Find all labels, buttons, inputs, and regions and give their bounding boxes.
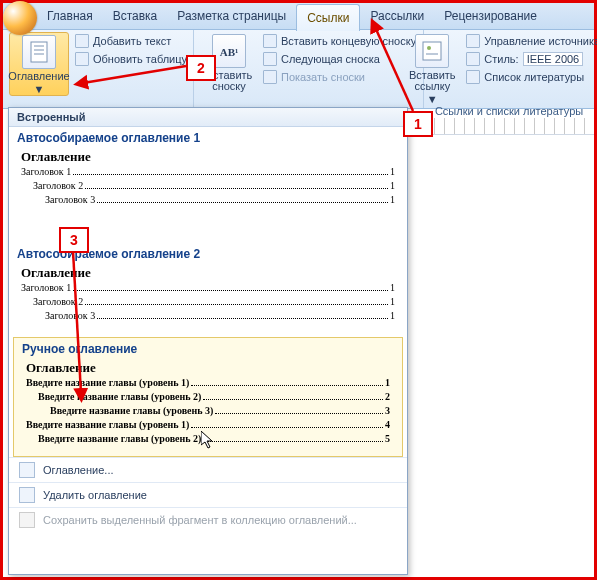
- toc-dots: [191, 418, 383, 428]
- bibliography-button[interactable]: Список литературы: [466, 68, 597, 86]
- menu-remove-toc-label: Удалить оглавление: [43, 489, 147, 501]
- toc-line-page: 1: [390, 179, 395, 193]
- tab-mailings[interactable]: Рассылки: [360, 3, 434, 29]
- toc-line-page: 4: [385, 418, 390, 432]
- toc-line-label: Введите название главы (уровень 2): [38, 390, 201, 404]
- show-footnotes-icon: [263, 70, 277, 84]
- toc-line-page: 1: [390, 193, 395, 207]
- remove-toc-icon: [19, 487, 35, 503]
- toc-line-page: 1: [390, 295, 395, 309]
- svg-point-5: [427, 46, 431, 50]
- toc-line-page: 1: [385, 376, 390, 390]
- citation-style-select[interactable]: Стиль: IEEE 2006: [466, 50, 597, 68]
- gallery-section-header: Встроенный: [9, 108, 407, 127]
- toc-line-page: 1: [390, 165, 395, 179]
- tab-layout[interactable]: Разметка страницы: [167, 3, 296, 29]
- toc-head: Оглавление: [21, 265, 395, 281]
- toc-line-page: 2: [385, 390, 390, 404]
- menu-save-selection-label: Сохранить выделенный фрагмент в коллекци…: [43, 514, 357, 526]
- toc-dots: [203, 390, 383, 400]
- manage-sources-button[interactable]: Управление источниками: [466, 32, 597, 50]
- update-toc-button[interactable]: Обновить таблицу: [75, 50, 187, 68]
- chevron-down-icon: ▼: [427, 94, 438, 105]
- insert-citation-button[interactable]: Вставить ссылку ▼: [404, 32, 460, 105]
- insert-endnote-button[interactable]: Вставить концевую сноску: [263, 32, 416, 50]
- manage-sources-label: Управление источниками: [484, 35, 597, 47]
- callout-3: 3: [59, 227, 89, 253]
- toc-head: Оглавление: [21, 149, 395, 165]
- menu-custom-toc[interactable]: Оглавление...: [9, 457, 407, 482]
- toc-button-label: Оглавление: [8, 71, 69, 82]
- toc-dots: [97, 193, 388, 203]
- toc-preview-2[interactable]: Оглавление Заголовок 11 Заголовок 21 Заг…: [9, 263, 407, 329]
- toc-icon: [19, 462, 35, 478]
- toc-line-label: Заголовок 3: [45, 193, 95, 207]
- toc-line-page: 3: [385, 404, 390, 418]
- footnote-icon-text: AB¹: [220, 47, 239, 58]
- toc-dots: [73, 165, 388, 175]
- tab-home[interactable]: Главная: [37, 3, 103, 29]
- menu-remove-toc[interactable]: Удалить оглавление: [9, 482, 407, 507]
- show-footnotes-button[interactable]: Показать сноски: [263, 68, 416, 86]
- add-text-icon: [75, 34, 89, 48]
- style-icon: [466, 52, 480, 66]
- group-footnotes: AB¹ Вставить сноску Вставить концевую сн…: [194, 30, 424, 108]
- gallery-item-auto1[interactable]: Автособираемое оглавление 1: [9, 127, 407, 147]
- add-text-button[interactable]: Добавить текст: [75, 32, 187, 50]
- ribbon-tabs: Главная Вставка Разметка страницы Ссылки…: [3, 3, 594, 30]
- group-citations: Вставить ссылку ▼ Управление источниками…: [424, 30, 594, 108]
- svg-rect-4: [423, 42, 441, 60]
- add-text-label: Добавить текст: [93, 35, 171, 47]
- toc-line-label: Заголовок 2: [33, 179, 83, 193]
- manual-title: Ручное оглавление: [14, 338, 402, 358]
- toc-line-label: Заголовок 1: [21, 281, 71, 295]
- toc-dots: [97, 309, 388, 319]
- toc-dots: [85, 295, 388, 305]
- toc-dots: [85, 179, 388, 189]
- next-footnote-icon: [263, 52, 277, 66]
- update-toc-label: Обновить таблицу: [93, 53, 187, 65]
- endnote-icon: [263, 34, 277, 48]
- bibliography-icon: [466, 70, 480, 84]
- tab-review[interactable]: Рецензирование: [434, 3, 547, 29]
- menu-custom-toc-label: Оглавление...: [43, 464, 114, 476]
- cursor-icon: [201, 431, 215, 451]
- callout-2: 2: [186, 55, 216, 81]
- toc-dots: [215, 404, 383, 414]
- toc-button[interactable]: Оглавление ▼: [9, 32, 69, 96]
- next-footnote-label: Следующая сноска: [281, 53, 380, 65]
- group-toc: Оглавление ▼ Добавить текст Обновить таб…: [3, 30, 194, 108]
- group-citations-label: Ссылки и списки литературы: [430, 105, 588, 117]
- toc-line-page: 1: [390, 281, 395, 295]
- office-button[interactable]: [3, 1, 37, 35]
- menu-save-selection: Сохранить выделенный фрагмент в коллекци…: [9, 507, 407, 532]
- insert-citation-label: Вставить ссылку: [409, 70, 456, 92]
- toc-preview-1[interactable]: Оглавление Заголовок 11 Заголовок 21 Заг…: [9, 147, 407, 213]
- toc-line-label: Заголовок 3: [45, 309, 95, 323]
- next-footnote-button[interactable]: Следующая сноска: [263, 50, 416, 68]
- footnote-icon: AB¹: [212, 34, 246, 68]
- toc-line-label: Заголовок 2: [33, 295, 83, 309]
- toc-head: Оглавление: [26, 360, 390, 376]
- manage-sources-icon: [466, 34, 480, 48]
- toc-line-page: 1: [390, 309, 395, 323]
- show-footnotes-label: Показать сноски: [281, 71, 365, 83]
- ruler: [415, 118, 594, 135]
- toc-line-label: Введите название главы (уровень 3): [50, 404, 213, 418]
- save-icon: [19, 512, 35, 528]
- toc-line-label: Заголовок 1: [21, 165, 71, 179]
- callout-1: 1: [403, 111, 433, 137]
- refresh-icon: [75, 52, 89, 66]
- toc-dots: [203, 432, 383, 442]
- toc-dots: [191, 376, 383, 386]
- toc-dots: [73, 281, 388, 291]
- toc-line-page: 5: [385, 432, 390, 446]
- tab-references[interactable]: Ссылки: [296, 4, 360, 31]
- svg-rect-0: [31, 42, 47, 62]
- style-label: Стиль:: [484, 53, 518, 65]
- chevron-down-icon: ▼: [34, 84, 45, 95]
- tab-insert[interactable]: Вставка: [103, 3, 168, 29]
- ribbon: Оглавление ▼ Добавить текст Обновить таб…: [3, 30, 594, 109]
- toc-line-label: Введите название главы (уровень 2): [38, 432, 201, 446]
- group-footnotes-label: [200, 94, 417, 108]
